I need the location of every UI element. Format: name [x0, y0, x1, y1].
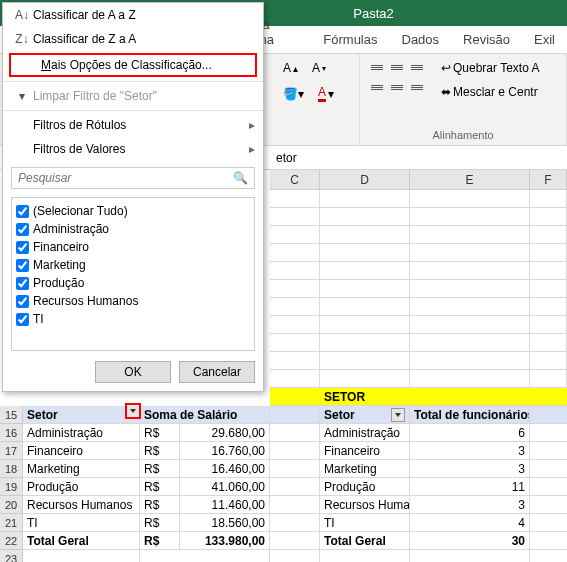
chevron-right-icon: ▸: [249, 118, 255, 132]
filter-checklist[interactable]: (Selecionar Tudo) Administração Financei…: [11, 197, 255, 351]
search-icon: 🔍: [233, 171, 248, 185]
alignment-group-label: Alinhamento: [368, 127, 558, 141]
clear-filter-item: ▾ Limpar Filtro de "Setor": [3, 84, 263, 108]
filter-search[interactable]: 🔍: [11, 167, 255, 189]
header-setor-right[interactable]: Setor: [320, 406, 410, 423]
clear-filter-icon: ▾: [11, 89, 33, 103]
tab-review[interactable]: Revisão: [451, 26, 522, 53]
check-item: Recursos Humanos: [16, 292, 250, 310]
tab-formulas[interactable]: Fórmulas: [311, 26, 389, 53]
filter-dropdown-icon[interactable]: [391, 408, 405, 422]
alignment-grid[interactable]: [368, 58, 426, 102]
sort-desc-item[interactable]: Z↓ Classificar de Z a A: [3, 27, 263, 51]
header-setor-left[interactable]: Setor: [23, 406, 140, 423]
more-sort-options-item[interactable]: Mais Opções de Classificação...: [9, 53, 257, 77]
decrease-font-button[interactable]: A▾: [307, 58, 331, 78]
data-grid: 15 16 17 18 19 20 21 22 23 24 Setor Soma…: [0, 406, 567, 562]
check-item: Financeiro: [16, 238, 250, 256]
empty-row: [23, 550, 567, 562]
filter-search-input[interactable]: [18, 171, 233, 185]
total-row: Total GeralR$133.980,00Total Geral30: [23, 532, 567, 550]
filter-menu: A↓ Classificar de A a Z Z↓ Classificar d…: [2, 2, 264, 392]
sort-asc-icon: A↓: [11, 8, 33, 22]
sort-desc-icon: Z↓: [11, 32, 33, 46]
font-group-label: [278, 127, 351, 141]
table-row: MarketingR$16.460,00Marketing3: [23, 460, 567, 478]
table-row: Recursos HumanosR$11.460,00Recursos Huma…: [23, 496, 567, 514]
col-header-e[interactable]: E: [410, 170, 530, 189]
sort-asc-item[interactable]: A↓ Classificar de A a Z: [3, 3, 263, 27]
col-header-c[interactable]: C: [270, 170, 320, 189]
chevron-right-icon: ▸: [249, 142, 255, 156]
check-item: Administração: [16, 220, 250, 238]
tab-data[interactable]: Dados: [390, 26, 452, 53]
empty-grid-area[interactable]: [270, 190, 567, 388]
table-row: AdministraçãoR$29.680,00Administração6: [23, 424, 567, 442]
fill-color-button[interactable]: 🪣▾: [278, 84, 309, 104]
value-filters-item[interactable]: Filtros de Valores ▸: [3, 137, 263, 161]
tab-view[interactable]: Exil: [522, 26, 567, 53]
header-sum[interactable]: Soma de Salário: [140, 406, 270, 423]
section-header-right: SETOR: [270, 388, 567, 406]
check-item: (Selecionar Tudo): [16, 202, 250, 220]
merge-center-button[interactable]: ⬌ Mesclar e Centr: [436, 82, 545, 102]
table-row: ProduçãoR$41.060,00Produção11: [23, 478, 567, 496]
table-row: FinanceiroR$16.760,00Financeiro3: [23, 442, 567, 460]
check-item: Marketing: [16, 256, 250, 274]
increase-font-button[interactable]: A▴: [278, 58, 303, 78]
wrap-text-button[interactable]: ↩ Quebrar Texto A: [436, 58, 545, 78]
cancel-button[interactable]: Cancelar: [179, 361, 255, 383]
row-headers: 15 16 17 18 19 20 21 22 23 24: [0, 406, 23, 562]
ok-button[interactable]: OK: [95, 361, 171, 383]
column-headers: C D E F: [270, 170, 567, 190]
table-header-row: Setor Soma de Salário Setor Total de fun…: [23, 406, 567, 424]
formula-content[interactable]: etor: [270, 151, 297, 165]
filter-dropdown-highlight[interactable]: [125, 403, 141, 419]
check-item: TI: [16, 310, 250, 328]
col-header-f[interactable]: F: [530, 170, 567, 189]
check-item: Produção: [16, 274, 250, 292]
table-row: TIR$18.560,00TI4: [23, 514, 567, 532]
header-total-func[interactable]: Total de funcionários: [410, 406, 530, 423]
font-color-button[interactable]: A▾: [313, 82, 339, 105]
label-filters-item[interactable]: Filtros de Rótulos ▸: [3, 113, 263, 137]
col-header-d[interactable]: D: [320, 170, 410, 189]
